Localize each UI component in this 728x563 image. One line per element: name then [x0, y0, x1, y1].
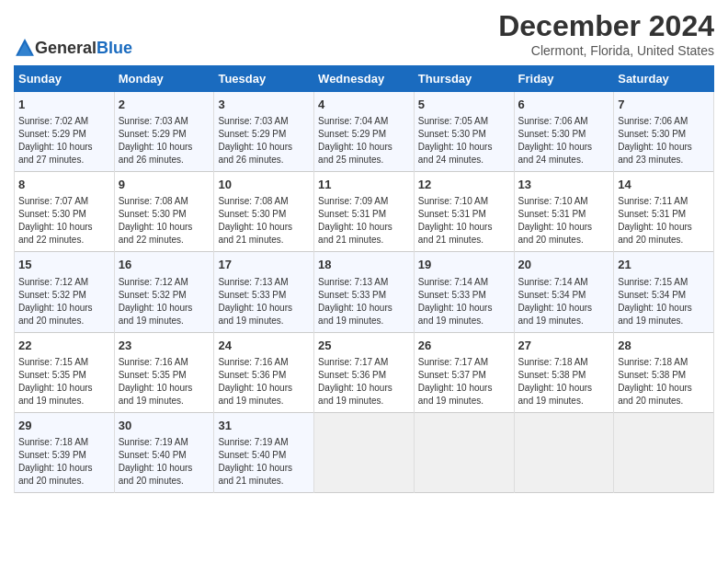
day-number: 22 — [18, 338, 110, 354]
calendar-cell — [614, 412, 714, 492]
calendar-week-2: 8Sunrise: 7:07 AMSunset: 5:30 PMDaylight… — [15, 172, 714, 252]
sunrise: Sunrise: 7:12 AM — [119, 277, 188, 287]
sunset: Sunset: 5:40 PM — [218, 450, 286, 460]
daylight: Daylight: 10 hours and 19 minutes. — [218, 383, 292, 406]
calendar-cell: 18Sunrise: 7:13 AMSunset: 5:33 PMDayligh… — [314, 252, 415, 332]
calendar-cell — [314, 412, 415, 492]
sunrise: Sunrise: 7:18 AM — [518, 357, 588, 367]
day-number: 27 — [518, 338, 610, 354]
sunrise: Sunrise: 7:06 AM — [618, 116, 688, 126]
sunrise: Sunrise: 7:19 AM — [218, 437, 288, 447]
sunrise: Sunrise: 7:15 AM — [618, 277, 688, 287]
calendar-cell: 10Sunrise: 7:08 AMSunset: 5:30 PMDayligh… — [214, 172, 314, 252]
daylight: Daylight: 10 hours and 20 minutes. — [618, 383, 692, 406]
day-number: 20 — [518, 257, 610, 273]
sunset: Sunset: 5:34 PM — [618, 290, 686, 300]
calendar-cell: 9Sunrise: 7:08 AMSunset: 5:30 PMDaylight… — [114, 172, 214, 252]
month-title: December 2024 — [498, 9, 714, 43]
daylight: Daylight: 10 hours and 26 minutes. — [218, 142, 292, 165]
header-row: Sunday Monday Tuesday Wednesday Thursday… — [15, 66, 714, 92]
day-number: 6 — [518, 97, 610, 113]
calendar-table: Sunday Monday Tuesday Wednesday Thursday… — [14, 65, 714, 493]
sunset: Sunset: 5:29 PM — [18, 129, 86, 139]
day-number: 4 — [318, 97, 410, 113]
sunset: Sunset: 5:32 PM — [18, 290, 86, 300]
sunrise: Sunrise: 7:13 AM — [318, 277, 388, 287]
sunrise: Sunrise: 7:14 AM — [418, 277, 488, 287]
daylight: Daylight: 10 hours and 21 minutes. — [218, 222, 292, 245]
day-number: 10 — [218, 177, 310, 193]
calendar-cell: 3Sunrise: 7:03 AMSunset: 5:29 PMDaylight… — [214, 92, 314, 172]
logo: GeneralBlue — [14, 38, 132, 58]
daylight: Daylight: 10 hours and 19 minutes. — [518, 383, 593, 406]
header-monday: Monday — [114, 66, 214, 92]
sunset: Sunset: 5:31 PM — [618, 209, 686, 219]
calendar-cell: 20Sunrise: 7:14 AMSunset: 5:34 PMDayligh… — [514, 252, 614, 332]
sunrise: Sunrise: 7:17 AM — [418, 357, 488, 367]
daylight: Daylight: 10 hours and 22 minutes. — [18, 222, 93, 245]
sunset: Sunset: 5:33 PM — [418, 290, 486, 300]
header-friday: Friday — [514, 66, 614, 92]
sunrise: Sunrise: 7:03 AM — [119, 116, 188, 126]
header-sunday: Sunday — [15, 66, 115, 92]
sunset: Sunset: 5:37 PM — [418, 370, 486, 380]
calendar-cell: 26Sunrise: 7:17 AMSunset: 5:37 PMDayligh… — [414, 332, 514, 412]
sunset: Sunset: 5:29 PM — [318, 129, 386, 139]
day-number: 1 — [18, 97, 110, 113]
daylight: Daylight: 10 hours and 19 minutes. — [18, 383, 93, 406]
calendar-week-4: 22Sunrise: 7:15 AMSunset: 5:35 PMDayligh… — [15, 332, 714, 412]
calendar-cell: 12Sunrise: 7:10 AMSunset: 5:31 PMDayligh… — [414, 172, 514, 252]
day-number: 15 — [18, 257, 110, 273]
daylight: Daylight: 10 hours and 20 minutes. — [518, 222, 593, 245]
calendar-cell: 14Sunrise: 7:11 AMSunset: 5:31 PMDayligh… — [614, 172, 714, 252]
day-number: 8 — [18, 177, 110, 193]
day-number: 24 — [218, 338, 310, 354]
daylight: Daylight: 10 hours and 23 minutes. — [618, 142, 692, 165]
sunset: Sunset: 5:30 PM — [618, 129, 686, 139]
daylight: Daylight: 10 hours and 19 minutes. — [418, 303, 493, 326]
sunset: Sunset: 5:30 PM — [119, 209, 187, 219]
daylight: Daylight: 10 hours and 19 minutes. — [119, 303, 193, 326]
day-number: 5 — [418, 97, 510, 113]
sunset: Sunset: 5:31 PM — [518, 209, 586, 219]
sunrise: Sunrise: 7:15 AM — [18, 357, 88, 367]
header-tuesday: Tuesday — [214, 66, 314, 92]
calendar-cell — [414, 412, 514, 492]
sunset: Sunset: 5:32 PM — [119, 290, 187, 300]
calendar-week-5: 29Sunrise: 7:18 AMSunset: 5:39 PMDayligh… — [15, 412, 714, 492]
sunrise: Sunrise: 7:07 AM — [18, 196, 88, 206]
calendar-cell: 15Sunrise: 7:12 AMSunset: 5:32 PMDayligh… — [15, 252, 115, 332]
daylight: Daylight: 10 hours and 21 minutes. — [418, 222, 493, 245]
sunrise: Sunrise: 7:19 AM — [119, 437, 188, 447]
daylight: Daylight: 10 hours and 20 minutes. — [18, 463, 93, 486]
page-container: GeneralBlue December 2024 Clermont, Flor… — [0, 0, 728, 502]
day-number: 30 — [119, 418, 210, 434]
header-saturday: Saturday — [614, 66, 714, 92]
calendar-cell: 6Sunrise: 7:06 AMSunset: 5:30 PMDaylight… — [514, 92, 614, 172]
calendar-cell: 27Sunrise: 7:18 AMSunset: 5:38 PMDayligh… — [514, 332, 614, 412]
day-number: 19 — [418, 257, 510, 273]
daylight: Daylight: 10 hours and 24 minutes. — [418, 142, 493, 165]
calendar-cell: 7Sunrise: 7:06 AMSunset: 5:30 PMDaylight… — [614, 92, 714, 172]
logo-blue: Blue — [97, 39, 132, 57]
daylight: Daylight: 10 hours and 20 minutes. — [618, 222, 692, 245]
sunset: Sunset: 5:30 PM — [518, 129, 586, 139]
calendar-week-3: 15Sunrise: 7:12 AMSunset: 5:32 PMDayligh… — [15, 252, 714, 332]
header-thursday: Thursday — [414, 66, 514, 92]
sunrise: Sunrise: 7:10 AM — [418, 196, 488, 206]
daylight: Daylight: 10 hours and 20 minutes. — [18, 303, 93, 326]
sunset: Sunset: 5:36 PM — [318, 370, 386, 380]
day-number: 25 — [318, 338, 410, 354]
day-number: 29 — [18, 418, 110, 434]
location: Clermont, Florida, United States — [498, 43, 714, 58]
sunrise: Sunrise: 7:18 AM — [18, 437, 88, 447]
day-number: 7 — [618, 97, 710, 113]
calendar-cell: 31Sunrise: 7:19 AMSunset: 5:40 PMDayligh… — [214, 412, 314, 492]
day-number: 11 — [318, 177, 410, 193]
sunset: Sunset: 5:33 PM — [318, 290, 386, 300]
day-number: 18 — [318, 257, 410, 273]
day-number: 9 — [119, 177, 210, 193]
day-number: 23 — [119, 338, 210, 354]
calendar-cell: 17Sunrise: 7:13 AMSunset: 5:33 PMDayligh… — [214, 252, 314, 332]
daylight: Daylight: 10 hours and 19 minutes. — [318, 303, 392, 326]
